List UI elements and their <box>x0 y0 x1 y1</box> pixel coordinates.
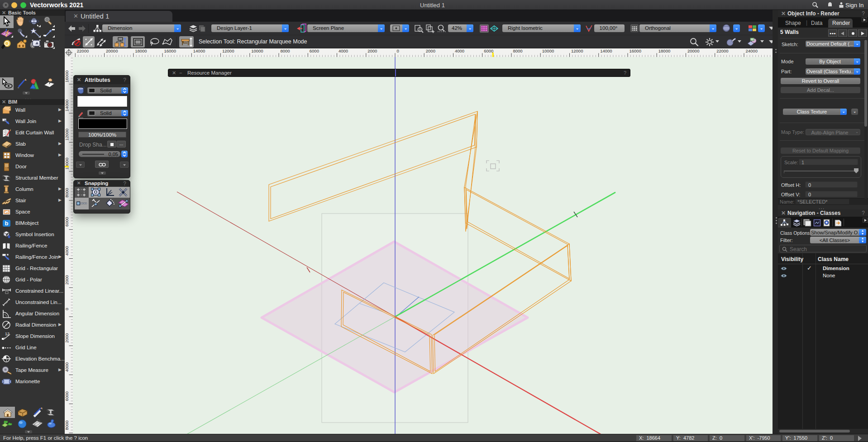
svg-text:8000: 8000 <box>65 188 69 197</box>
svg-text:4000: 4000 <box>65 246 69 256</box>
svg-text:12000: 12000 <box>222 48 234 53</box>
svg-text:12000: 12000 <box>571 48 583 53</box>
svg-text:14000: 14000 <box>193 48 205 53</box>
svg-text:8000: 8000 <box>65 420 69 430</box>
svg-text:16000: 16000 <box>164 48 176 53</box>
svg-text:10000: 10000 <box>251 48 263 53</box>
svg-text:6000: 6000 <box>484 48 493 53</box>
svg-text:22000: 22000 <box>77 48 89 53</box>
svg-text:6000: 6000 <box>65 391 69 401</box>
svg-text:18000: 18000 <box>658 48 670 53</box>
svg-text:0: 0 <box>397 48 399 53</box>
svg-text:2000: 2000 <box>65 275 69 285</box>
svg-text:18000: 18000 <box>135 48 147 53</box>
svg-text:10000: 10000 <box>542 48 554 53</box>
svg-text:4000: 4000 <box>339 48 348 53</box>
svg-text:20000: 20000 <box>106 48 118 53</box>
svg-text:8000: 8000 <box>513 48 523 53</box>
svg-text:2000: 2000 <box>65 333 69 343</box>
svg-text:20000: 20000 <box>687 48 699 53</box>
svg-text:14000: 14000 <box>65 100 69 111</box>
svg-text:16000: 16000 <box>65 71 69 82</box>
svg-text:b: b <box>5 220 9 227</box>
svg-text:8000: 8000 <box>281 48 290 53</box>
svg-text:14000: 14000 <box>600 48 612 53</box>
svg-text:4000: 4000 <box>65 362 69 372</box>
svg-text:0: 0 <box>65 308 69 310</box>
svg-text:24000: 24000 <box>746 48 758 53</box>
svg-text:2000: 2000 <box>367 48 377 53</box>
svg-text:10000: 10000 <box>65 158 69 170</box>
svg-text:16000: 16000 <box>630 48 641 53</box>
svg-text:12000: 12000 <box>65 128 69 140</box>
svg-text:6000: 6000 <box>310 48 319 53</box>
svg-text:4000: 4000 <box>455 48 464 53</box>
svg-text:6000: 6000 <box>65 217 69 227</box>
svg-text:22000: 22000 <box>716 48 728 53</box>
svg-text:2000: 2000 <box>426 48 435 53</box>
